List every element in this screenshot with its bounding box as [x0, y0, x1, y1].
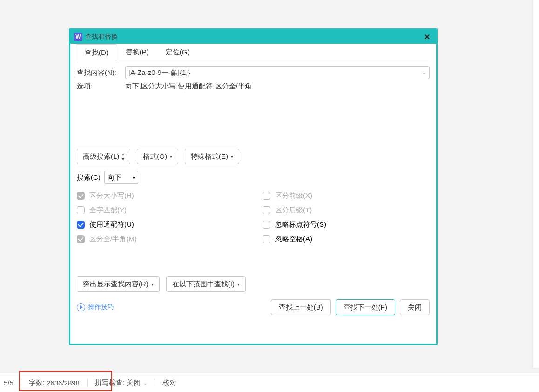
checkbox-label: 区分全/半角(M)	[89, 235, 137, 243]
caret-down-icon: ▾	[237, 282, 240, 287]
format-label: 格式(O)	[143, 152, 167, 161]
chevron-down-icon[interactable]: ⌄	[143, 380, 147, 385]
tab-find[interactable]: 查找(D)	[76, 44, 117, 61]
checkbox-icon[interactable]	[263, 235, 270, 243]
checkbox-icon	[77, 235, 85, 243]
status-wordcount[interactable]: 字数: 2636/2898	[25, 378, 83, 387]
advanced-search-label: 高级搜索(L)	[83, 152, 119, 161]
caret-down-icon: ▾	[151, 282, 154, 287]
tab-goto[interactable]: 定位(G)	[157, 44, 198, 61]
checkbox-ignore-space[interactable]: 忽略空格(A)	[263, 235, 430, 243]
caret-updown-icon: ▴▾	[122, 151, 124, 162]
search-direction-label: 搜索(C)	[77, 173, 101, 182]
find-replace-dialog: W 查找和替换 查找(D) 替换(P) 定位(G) 查找内容(N): [A-Za…	[69, 28, 438, 345]
format-button[interactable]: 格式(O) ▾	[137, 149, 178, 164]
checkbox-ignore-punct[interactable]: 忽略标点符号(S)	[263, 220, 430, 229]
chevron-down-icon[interactable]: ⌄	[422, 70, 426, 76]
titlebar[interactable]: W 查找和替换	[70, 30, 436, 44]
options-label: 选项:	[77, 82, 125, 91]
checkbox-icon[interactable]	[263, 221, 270, 229]
divider	[155, 378, 155, 387]
wordcount-value: 2636/2898	[47, 379, 80, 387]
checkbox-label: 使用通配符(U)	[89, 220, 134, 229]
checkbox-label: 忽略标点符号(S)	[275, 220, 326, 229]
special-format-label: 特殊格式(E)	[191, 152, 228, 161]
checkbox-label: 区分大小写(H)	[89, 191, 134, 200]
checkbox-label: 区分后缀(T)	[275, 206, 312, 215]
checkbox-icon	[77, 192, 85, 200]
spellcheck-label: 拼写检查:	[95, 378, 125, 387]
find-content-label: 查找内容(N):	[77, 68, 125, 77]
find-in-button[interactable]: 在以下范围中查找(I) ▾	[166, 276, 246, 292]
search-direction-select[interactable]: 向下 ▾	[104, 171, 138, 184]
caret-down-icon: ▾	[170, 154, 172, 159]
dialog-body: 查找内容(N): [A-Za-z0-9一-龥]{1,} ⌄ 选项: 向下,区分大…	[70, 61, 436, 276]
divider	[21, 378, 21, 387]
caret-down-icon: ▾	[133, 175, 135, 180]
checkbox-full-half-width: 区分全/半角(M)	[77, 235, 244, 243]
checkbox-label: 忽略空格(A)	[275, 235, 312, 243]
special-format-button[interactable]: 特殊格式(E) ▾	[185, 149, 239, 164]
checkbox-label: 区分前缀(X)	[275, 191, 312, 200]
page-edge	[533, 0, 539, 368]
wordcount-label: 字数:	[29, 378, 45, 387]
checkbox-whole-word: 全字匹配(Y)	[77, 206, 244, 215]
status-bar: 5/5 字数: 2636/2898 拼写检查: 关闭 ⌄ 校对	[0, 373, 539, 392]
caret-down-icon: ▾	[231, 154, 233, 159]
checkbox-label: 全字匹配(Y)	[89, 206, 127, 215]
search-direction-value: 向下	[108, 173, 121, 182]
checkbox-icon	[263, 206, 270, 214]
status-spellcheck[interactable]: 拼写检查: 关闭 ⌄	[91, 378, 151, 387]
checkbox-match-case: 区分大小写(H)	[77, 191, 244, 200]
tips-link[interactable]: 操作技巧	[77, 303, 114, 311]
spellcheck-state: 关闭	[127, 378, 141, 387]
tab-replace[interactable]: 替换(P)	[117, 44, 157, 61]
app-icon: W	[74, 33, 82, 41]
options-value: 向下,区分大小写,使用通配符,区分全/半角	[125, 82, 252, 91]
find-content-value: [A-Za-z0-9一-龥]{1,}	[128, 68, 190, 77]
close-icon[interactable]	[421, 31, 432, 42]
status-proof[interactable]: 校对	[159, 378, 180, 387]
checkbox-icon[interactable]	[77, 221, 85, 229]
highlight-results-label: 突出显示查找内容(R)	[83, 280, 148, 289]
highlight-results-button[interactable]: 突出显示查找内容(R) ▾	[77, 276, 160, 292]
tab-strip: 查找(D) 替换(P) 定位(G)	[76, 44, 431, 61]
checkbox-icon	[77, 206, 85, 214]
dialog-title: 查找和替换	[85, 33, 118, 41]
checkbox-icon	[263, 192, 270, 200]
tips-label: 操作技巧	[88, 303, 114, 311]
checkbox-prefix: 区分前缀(X)	[263, 191, 430, 200]
divider	[87, 378, 88, 387]
find-prev-button[interactable]: 查找上一处(B)	[271, 299, 331, 315]
find-next-button[interactable]: 查找下一处(F)	[336, 299, 395, 315]
close-button[interactable]: 关闭	[400, 299, 430, 315]
checkbox-wildcards[interactable]: 使用通配符(U)	[77, 220, 244, 229]
find-content-input[interactable]: [A-Za-z0-9一-龥]{1,} ⌄	[125, 66, 430, 79]
find-in-label: 在以下范围中查找(I)	[172, 280, 235, 289]
checkbox-suffix: 区分后缀(T)	[263, 206, 430, 215]
play-icon	[77, 303, 85, 311]
status-page[interactable]: 5/5	[0, 379, 17, 387]
advanced-search-button[interactable]: 高级搜索(L) ▴▾	[77, 149, 130, 164]
